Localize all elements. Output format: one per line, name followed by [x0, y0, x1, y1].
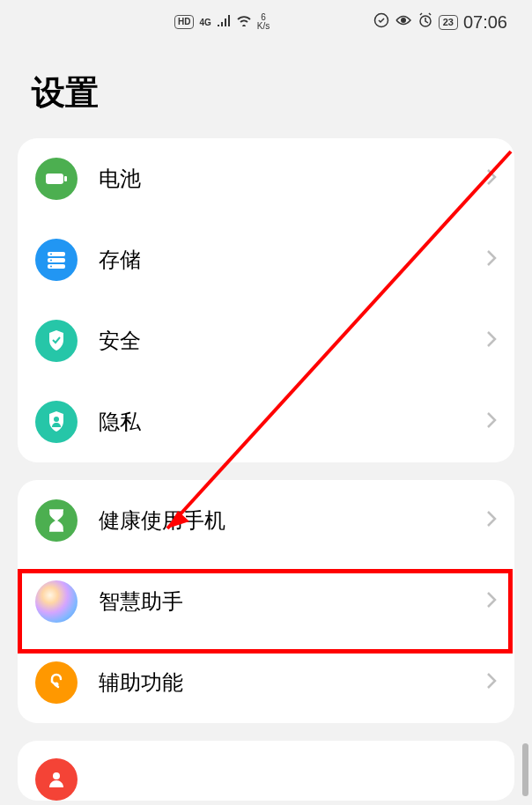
chevron-right-icon: [486, 330, 497, 351]
chevron-right-icon: [486, 168, 497, 189]
item-label: 辅助功能: [99, 668, 486, 697]
settings-item-users[interactable]: 用户和帐户: [18, 741, 514, 801]
item-label: 存储: [99, 246, 486, 274]
status-right: 23 07:06: [373, 12, 507, 33]
item-label: 智慧助手: [99, 587, 486, 616]
item-label: 电池: [99, 165, 486, 193]
privacy-icon: [35, 401, 78, 443]
users-icon: [35, 758, 78, 801]
network-speed: 6 K/s: [257, 13, 270, 31]
settings-group: 电池 存储 安全 隐私: [18, 138, 514, 462]
battery-icon: 23: [439, 15, 458, 30]
status-bar: HD 4G 6 K/s 23 07:06: [0, 0, 532, 44]
settings-item-battery[interactable]: 电池: [18, 138, 514, 219]
chevron-right-icon: [486, 411, 497, 432]
svg-point-13: [53, 772, 60, 779]
svg-point-8: [50, 254, 52, 255]
eye-icon: [395, 14, 412, 30]
network-type: 4G: [199, 18, 211, 27]
status-left: HD 4G 6 K/s: [174, 13, 270, 31]
battery-icon: [35, 158, 78, 200]
shield-icon: [35, 320, 78, 362]
settings-item-health[interactable]: 健康使用手机: [18, 480, 514, 561]
settings-item-security[interactable]: 安全: [18, 300, 514, 381]
settings-group: 健康使用手机 智慧助手 辅助功能: [18, 480, 514, 723]
storage-icon: [35, 239, 78, 281]
chevron-right-icon: [486, 510, 497, 531]
item-label: 隐私: [99, 408, 486, 436]
svg-rect-4: [64, 176, 67, 181]
item-label: 健康使用手机: [99, 506, 486, 535]
settings-item-accessibility[interactable]: 辅助功能: [18, 642, 514, 723]
item-label: 安全: [99, 327, 486, 355]
hourglass-icon: [35, 499, 78, 542]
hd-icon: HD: [174, 15, 194, 29]
svg-point-11: [54, 417, 59, 422]
wifi-icon: [236, 14, 252, 30]
svg-point-12: [55, 683, 59, 687]
page-title: 设置: [0, 44, 532, 138]
chevron-right-icon: [486, 591, 497, 612]
svg-point-10: [50, 266, 52, 268]
chevron-right-icon: [486, 249, 497, 270]
settings-item-storage[interactable]: 存储: [18, 219, 514, 300]
alarm-icon: [417, 12, 433, 32]
settings-group: 用户和帐户: [18, 741, 514, 801]
chevron-right-icon: [486, 672, 497, 693]
accessibility-icon: [35, 661, 78, 704]
assistant-icon: [35, 580, 78, 623]
svg-point-9: [50, 260, 52, 262]
clock-time: 07:06: [463, 12, 507, 33]
signal-icon: [217, 14, 231, 30]
sync-icon: [373, 12, 389, 32]
settings-item-privacy[interactable]: 隐私: [18, 381, 514, 462]
svg-point-1: [401, 18, 406, 23]
settings-item-smart-assistant[interactable]: 智慧助手: [18, 561, 514, 642]
scrollbar[interactable]: [522, 743, 528, 796]
svg-rect-3: [46, 174, 63, 184]
